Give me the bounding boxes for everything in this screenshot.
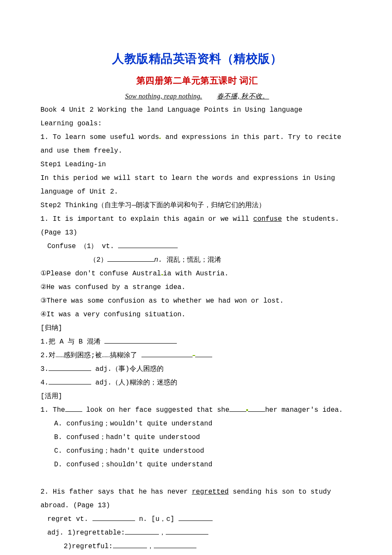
q1-example-3: ③There was some confusion as to whether … xyxy=(40,294,354,308)
q1-sentence: 1. It is important to explain this again… xyxy=(40,212,354,240)
green-marker-icon xyxy=(161,274,163,275)
blank-field[interactable] xyxy=(179,514,213,521)
learning-goal-1: 1. To learn some useful words and expres… xyxy=(40,130,354,158)
blank-line xyxy=(40,471,354,485)
q1-example-4: ④It was a very confusing situation. xyxy=(40,308,354,321)
option-b: B. confused；hadn't quite understood xyxy=(40,431,354,444)
page-title-main: 人教版精品英语资料（精校版） xyxy=(40,47,354,71)
step1-text: In this period we will start to learn th… xyxy=(40,171,354,199)
step2-label: Step2 Thinking（自主学习—朗读下面的单词和句子，归纳它们的用法） xyxy=(40,199,354,212)
blank-field[interactable] xyxy=(166,527,208,535)
learning-goals-label: Learning goals: xyxy=(40,117,354,130)
blank-field[interactable] xyxy=(65,405,82,412)
blank-field[interactable] xyxy=(49,377,91,384)
summary-item-1: 1.把 A 与 B 混淆 xyxy=(40,335,354,349)
blank-field[interactable] xyxy=(92,514,135,521)
part-of-speech-n: n. xyxy=(154,256,162,264)
blank-field[interactable] xyxy=(49,364,91,371)
blank-field[interactable] xyxy=(141,350,193,357)
motto-spacer xyxy=(204,92,215,100)
q2-adj-regrettable: adj. 1)regrettable:， xyxy=(40,526,354,540)
q2-sentence: 2. His father says that he has never reg… xyxy=(40,485,354,512)
summary-item-2: 2.对……感到困惑;被……搞糊涂了 xyxy=(40,349,354,362)
q1-example-2: ②He was confused by a strange idea. xyxy=(40,280,354,294)
q1-example-1: ①Please don't confuse Australia with Aus… xyxy=(40,267,354,280)
q2-adj-regretful: 2)regretful:， xyxy=(40,540,354,553)
step1-label: Step1 Leading-in xyxy=(40,158,354,171)
blank-field[interactable] xyxy=(118,241,178,248)
blank-field[interactable] xyxy=(107,254,154,262)
q1-underlined-confuse: confuse xyxy=(253,215,282,223)
blank-field[interactable] xyxy=(104,336,177,344)
motto-english: Sow nothing, reap nothing. xyxy=(125,92,202,100)
motto-chinese: 春不播, 秋不收。 xyxy=(217,92,269,100)
book-unit-line: Book 4 Unit 2 Working the land Language … xyxy=(40,103,354,117)
option-c: C. confusing；hadn't quite understood xyxy=(40,444,354,458)
summary-item-4: 4. adj.（人)糊涂的；迷惑的 xyxy=(40,376,354,390)
practice-question-1: 1. The look on her face suggested that s… xyxy=(40,403,354,417)
option-a: A. confusing；wouldn't quite understand xyxy=(40,417,354,431)
motto-line: Sow nothing, reap nothing. 春不播, 秋不收。 xyxy=(40,90,354,103)
option-d: D. confused；shouldn't quite understand xyxy=(40,458,354,471)
blank-field[interactable] xyxy=(195,350,212,357)
q1-confuse-vt: Confuse （1） vt. xyxy=(40,240,354,253)
q2-regret-vt-n: regret vt. n. [u，c] xyxy=(40,512,354,526)
q1-confuse-n: （2）n. 混乱；慌乱；混淆 xyxy=(40,253,354,267)
blank-field[interactable] xyxy=(113,541,147,548)
blank-field[interactable] xyxy=(248,405,265,412)
blank-field[interactable] xyxy=(125,527,159,535)
blank-field[interactable] xyxy=(154,541,196,548)
q2-example-1: ① I didn't regret the choice I had made. xyxy=(40,553,354,555)
page-title-sub: 第四册第二单元第五课时 词汇 xyxy=(40,72,354,90)
summary-item-3: 3. adj.（事)令人困惑的 xyxy=(40,362,354,376)
section-practice-label: [活用] xyxy=(40,390,354,403)
green-marker-icon xyxy=(159,138,161,139)
section-summary-label: [归纳] xyxy=(40,321,354,335)
blank-field[interactable] xyxy=(229,405,246,412)
q2-underlined-regretted: regretted xyxy=(192,488,228,496)
